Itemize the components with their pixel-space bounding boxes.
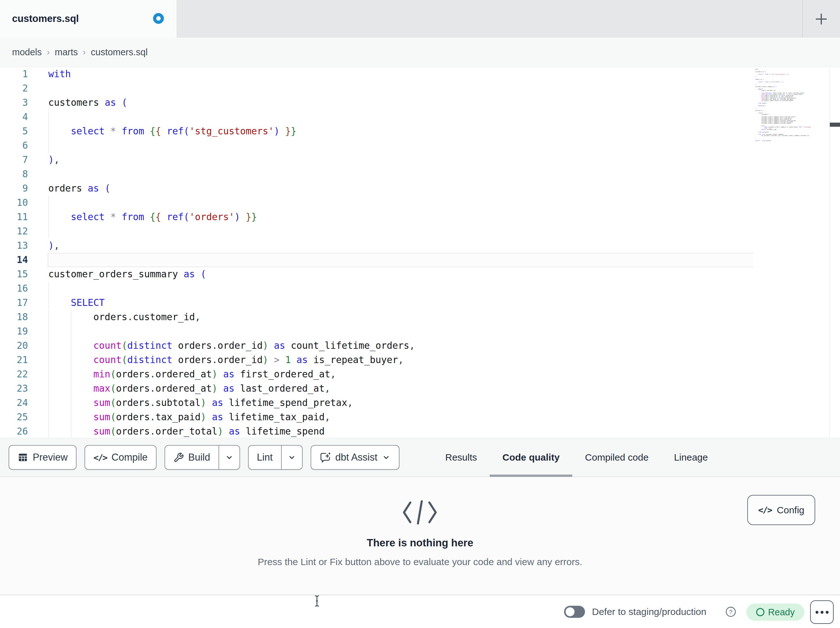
line-number[interactable]: 25 [0,410,28,424]
assist-sparkle-icon [319,452,331,463]
code-line[interactable] [48,81,753,96]
line-number[interactable]: 12 [0,224,28,239]
line-number[interactable]: 8 [0,167,28,181]
defer-toggle[interactable] [564,606,585,618]
breadcrumb-marts[interactable]: marts [55,47,78,57]
lint-main[interactable]: Lint [249,446,281,469]
tab-label: Code quality [502,452,560,463]
line-number[interactable]: 19 [0,324,28,339]
code-line[interactable] [48,224,753,239]
line-number[interactable]: 22 [0,367,28,381]
minimap[interactable]: with customers as ( select * from {{ ref… [755,69,828,145]
line-number[interactable]: 21 [0,353,28,367]
tab-customers-sql[interactable]: customers.sql [0,0,177,38]
unsaved-changes-dot-icon [153,13,164,24]
compile-button[interactable]: </> Compile [84,445,156,470]
line-number[interactable]: 14 [0,253,28,267]
code-line[interactable]: min(orders.ordered_at) as first_ordered_… [48,367,753,381]
editor-tab-bar: customers.sql [0,0,840,38]
defer-label: Defer to staging/production [592,595,706,628]
code-slash-icon [401,498,439,527]
config-button[interactable]: </> Config [747,495,815,525]
code-line[interactable]: orders as ( [48,181,753,196]
code-line[interactable]: select * from {{ ref('stg_customers') }} [48,124,753,139]
code-line[interactable]: count(distinct orders.order_id) as count… [48,339,753,353]
line-number[interactable]: 2 [0,81,28,96]
tab-results[interactable]: Results [433,438,490,477]
code-editor[interactable]: 1234567891011121314151617181920212223242… [0,67,840,438]
status-badge: Ready [746,604,804,621]
code-line[interactable] [48,167,753,181]
line-number[interactable]: 17 [0,296,28,310]
line-number[interactable]: 16 [0,282,28,296]
tab-lineage[interactable]: Lineage [661,438,721,477]
chevron-right-icon: › [83,47,86,57]
preview-button[interactable]: Preview [9,445,77,470]
code-line[interactable]: ), [48,239,753,253]
chevron-down-icon [225,453,234,462]
code-line[interactable]: select * from {{ ref('orders') }} [48,210,753,224]
build-dropdown[interactable] [218,446,240,469]
compile-label: Compile [112,452,148,463]
scrollbar-thumb[interactable] [830,123,840,127]
tabbar-divider [802,0,803,38]
line-number[interactable]: 9 [0,181,28,196]
line-number[interactable]: 10 [0,196,28,210]
build-main[interactable]: Build [165,446,218,469]
line-number-gutter[interactable]: 1234567891011121314151617181920212223242… [0,67,28,438]
code-line[interactable] [48,139,753,153]
lint-dropdown[interactable] [281,446,302,469]
line-number[interactable]: 7 [0,153,28,167]
code-line[interactable]: sum(orders.subtotal) as lifetime_spend_p… [48,396,753,410]
code-line[interactable]: customers as ( [48,96,753,110]
build-button[interactable]: Build [164,445,240,470]
code-line[interactable]: ), [48,153,753,167]
line-number[interactable]: 18 [0,310,28,324]
code-line[interactable]: SELECT [48,296,753,310]
lint-label: Lint [257,452,273,463]
lint-button[interactable]: Lint [248,445,303,470]
code-line[interactable] [47,253,753,267]
chevron-down-icon [287,453,296,462]
dbt-assist-button[interactable]: dbt Assist [311,445,400,470]
question-circle-icon[interactable]: ? [725,606,736,617]
empty-state-title: There is nothing here [0,537,840,549]
line-number[interactable]: 26 [0,424,28,438]
more-options-button[interactable] [810,600,834,624]
code-line[interactable]: count(distinct orders.order_id) > 1 as i… [48,353,753,367]
line-number[interactable]: 13 [0,239,28,253]
line-number[interactable]: 24 [0,396,28,410]
line-number[interactable]: 15 [0,267,28,282]
code-line[interactable]: with [48,67,753,81]
code-line[interactable]: max(orders.ordered_at) as last_ordered_a… [48,381,753,396]
indent-guide [48,282,49,308]
breadcrumb-models[interactable]: models [12,47,42,57]
minimap-line: select * from joined [755,140,828,141]
code-line[interactable] [48,196,753,210]
code-line[interactable]: sum(orders.tax_paid) as lifetime_tax_pai… [48,410,753,424]
tab-code-quality[interactable]: Code quality [490,438,572,477]
code-line[interactable]: orders.customer_id, [48,310,753,324]
code-content[interactable]: with customers as ( select * from {{ ref… [48,67,753,438]
code-line[interactable]: sum(orders.order_total) as lifetime_spen… [48,424,753,438]
line-number[interactable]: 20 [0,339,28,353]
line-number[interactable]: 23 [0,381,28,396]
line-number[interactable]: 1 [0,67,28,81]
code-line[interactable] [48,110,753,124]
line-number[interactable]: 5 [0,124,28,139]
svg-text:?: ? [729,609,733,615]
line-number[interactable]: 11 [0,210,28,224]
config-label: Config [777,505,804,516]
line-number[interactable]: 6 [0,139,28,153]
line-number[interactable]: 3 [0,96,28,110]
chevron-right-icon: › [47,47,50,57]
wrench-icon [174,452,184,463]
code-line[interactable]: customer_orders_summary as ( [48,267,753,282]
new-tab-button[interactable] [812,9,831,28]
preview-label: Preview [33,452,68,463]
code-line[interactable] [48,324,753,339]
indent-guide [71,310,71,438]
line-number[interactable]: 4 [0,110,28,124]
tab-compiled-code[interactable]: Compiled code [572,438,661,477]
code-line[interactable] [48,282,753,296]
